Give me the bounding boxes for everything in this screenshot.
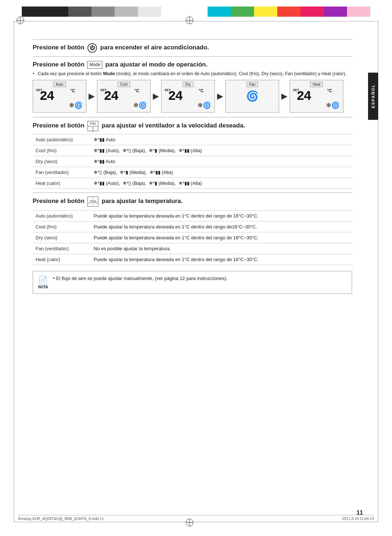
- fan-mode-auto: Auto (automático): [33, 134, 91, 145]
- main-content: Presione el botón ⏻ para encender el air…: [22, 25, 363, 518]
- fan-mode-cool: Cool (frío): [33, 145, 91, 156]
- fan-mode-fanmode: Fan (ventilador): [33, 167, 91, 178]
- divider-2: [33, 117, 352, 117]
- lcd-fan-dry: ❄🌀: [197, 101, 211, 109]
- temp-row-fan: Fan (ventilador) No es posible ajustar l…: [33, 243, 352, 254]
- fan-row-heat: Heat (calor) ❄*▮▮ (Auto), ❄*▯ (Baja), ❄*…: [33, 178, 352, 188]
- lcd-temp-auto: 24: [40, 89, 54, 104]
- section3-text-after: para ajustar el ventilador a la velocida…: [102, 122, 245, 129]
- arrow-3: ▶: [217, 92, 223, 101]
- lcd-fan-auto: ❄🌀: [69, 101, 82, 109]
- fan-row-cool: Cool (frío) ❄*▮▮ (Auto), ❄*▯ (Baja), ❄*▮…: [33, 145, 352, 156]
- section2-heading: Presione el botón Mode para ajustar el m…: [33, 60, 352, 69]
- section4-heading: Presione el botón +Temp − para ajustar l…: [33, 196, 352, 207]
- lcd-fan-heat: ❄🌀: [326, 101, 339, 109]
- divider-1: [33, 56, 352, 57]
- fan-icon-heat-low: ❄*▯: [123, 180, 131, 186]
- section1-text-after: para encender el aire acondicionado.: [100, 44, 209, 51]
- fan-table: Auto (automático) ❄*▮▮ Auto Cool (frío) …: [33, 134, 352, 189]
- lcd-deg-auto: °C: [70, 88, 75, 93]
- lcd-label-dry: Dry: [183, 82, 193, 87]
- fan-icon-fan-high: ❄*▮▮: [150, 170, 160, 175]
- note-content: El flujo de aire se puede ajustar manual…: [56, 276, 228, 281]
- temp-table: Auto (automático) Puede ajustar la tempe…: [33, 210, 352, 265]
- temp-mode-auto: Auto (automático): [33, 210, 91, 221]
- power-button-icon: ⏻: [87, 43, 97, 53]
- fan-icon-cool-med: ❄*▮: [149, 148, 157, 153]
- fan-icon-fan-med: ❄*▮: [120, 170, 128, 175]
- fan-icon-fan-low: ❄*▯: [94, 170, 102, 175]
- fan-icon-cool-low: ❄*▯: [123, 148, 131, 153]
- section2-text-after: para ajustar el modo de operación.: [105, 61, 208, 68]
- lcd-label-auto: Auto: [53, 82, 66, 87]
- fan-icon-heat-auto: ❄*▮▮: [94, 180, 105, 186]
- section2-text-before: Presione el botón: [33, 61, 85, 68]
- fan-row-auto: Auto (automático) ❄*▮▮ Auto: [33, 134, 352, 145]
- temp-button-label: +Temp −: [87, 196, 98, 207]
- temp-row-dry: Dry (seco) Puede ajustar la temperatura …: [33, 232, 352, 243]
- arrow-2: ▶: [153, 92, 159, 101]
- temp-row-cool: Cool (frío) Puede ajustar la temperatura…: [33, 221, 352, 232]
- fan-mode-heat: Heat (calor): [33, 178, 91, 188]
- fan-icon-cool-high: ❄*▮▮: [179, 148, 189, 153]
- lcd-temp-cool: 24: [104, 89, 118, 104]
- fan-icon-heat-high: ❄*▮▮: [179, 180, 189, 186]
- mode-button-label: Mode: [87, 61, 102, 69]
- note-text: • El flujo de aire se puede ajustar manu…: [53, 276, 228, 281]
- temp-desc-dry: Puede ajustar la temperatura deseada en …: [91, 232, 352, 243]
- color-bar-top: [22, 7, 370, 17]
- fan-speed-fanmode: ❄*▯ (Baja), ❄*▮ (Media), ❄*▮▮ (Alta): [91, 167, 352, 178]
- fan-mode-dry: Dry (seco): [33, 156, 91, 167]
- nota-icon-area: 📄 NOTA: [38, 276, 48, 289]
- section3-heading: Presione el botón Fan ∧∨ para ajustar el…: [33, 121, 352, 131]
- lcd-deg-cool: °C: [135, 88, 139, 93]
- temp-mode-fan: Fan (ventilador): [33, 243, 91, 254]
- lcd-panel-dry: Dry SET 24 °C ❄🌀: [161, 80, 215, 113]
- temp-desc-heat: Puede ajustar la temperatura deseada en …: [91, 254, 352, 265]
- section4-text-after: para ajustar la temperatura.: [102, 198, 183, 204]
- fan-speed-dry: ❄*▮▮ Auto: [91, 156, 352, 167]
- arrow-4: ▶: [281, 92, 287, 101]
- lcd-deg-dry: °C: [199, 88, 204, 93]
- section2-bullet: Cada vez que presione el botón Mode (mod…: [33, 71, 352, 76]
- lcd-panel-fan: Fan 🌀: [225, 80, 279, 113]
- footer: Boracay EUR_AQ09T&U@_IBIM_32447A_S.indd …: [18, 515, 374, 521]
- section1-heading: Presione el botón ⏻ para encender el air…: [33, 43, 352, 53]
- nota-document-icon: 📄: [38, 276, 48, 285]
- fan-speed-section: Auto (automático) ❄*▮▮ Auto Cool (frío) …: [33, 134, 352, 189]
- temp-desc-cool: Puede ajustar la temperatura deseada en …: [91, 221, 352, 232]
- fan-row-fanmode: Fan (ventilador) ❄*▯ (Baja), ❄*▮ (Media)…: [33, 167, 352, 178]
- divider-top: [33, 39, 352, 40]
- lcd-temp-heat: 24: [297, 89, 311, 104]
- fan-speed-heat: ❄*▮▮ (Auto), ❄*▯ (Baja), ❄*▮ (Media), ❄*…: [91, 178, 352, 188]
- temp-section: Auto (automático) Puede ajustar la tempe…: [33, 210, 352, 265]
- lcd-deg-heat: °C: [327, 88, 332, 93]
- footer-right: 2011-3-19 11:04:13: [342, 517, 374, 521]
- temp-mode-heat: Heat (calor): [33, 254, 91, 265]
- nota-label: NOTA: [38, 285, 48, 289]
- fan-speed-auto: ❄*▮▮ Auto: [91, 134, 352, 145]
- footer-left: Boracay EUR_AQ09T&U@_IBIM_32447A_S.indd …: [18, 517, 104, 521]
- lcd-label-heat: Heat: [310, 82, 323, 87]
- arrow-1: ▶: [89, 92, 95, 101]
- lcd-panels-container: Auto SET 24 °C ❄🌀 ▶ Cool SET 24 °C ❄🌀 ▶ …: [33, 80, 352, 113]
- lcd-panel-heat: Heat SET 24 °C ❄🌀: [290, 80, 343, 113]
- divider-3: [33, 192, 352, 193]
- lcd-fan-cool: ❄🌀: [133, 101, 147, 109]
- lcd-label-cool: Cool: [118, 82, 130, 87]
- section1-text-before: Presione el botón: [33, 44, 85, 51]
- note-box: 📄 NOTA • El flujo de aire se puede ajust…: [33, 271, 352, 294]
- fan-icon-heat-med: ❄*▮: [149, 180, 157, 186]
- section3-text-before: Presione el botón: [33, 122, 85, 129]
- lcd-panel-auto: Auto SET 24 °C ❄🌀: [33, 80, 86, 113]
- lcd-label-fan: Fan: [246, 82, 258, 87]
- temp-desc-fan: No es posible ajustar la temperatura.: [91, 243, 352, 254]
- temp-row-auto: Auto (automático) Puede ajustar la tempe…: [33, 210, 352, 221]
- temp-row-heat: Heat (calor) Puede ajustar la temperatur…: [33, 254, 352, 265]
- fan-row-dry: Dry (seco) ❄*▮▮ Auto: [33, 156, 352, 167]
- fan-speed-cool: ❄*▮▮ (Auto), ❄*▯ (Baja), ❄*▮ (Media), ❄*…: [91, 145, 352, 156]
- fan-icon-auto: ❄*▮▮: [94, 137, 105, 142]
- fan-button-label: Fan ∧∨: [87, 121, 98, 131]
- temp-mode-dry: Dry (seco): [33, 232, 91, 243]
- fan-icon-dry: ❄*▮▮: [94, 159, 105, 164]
